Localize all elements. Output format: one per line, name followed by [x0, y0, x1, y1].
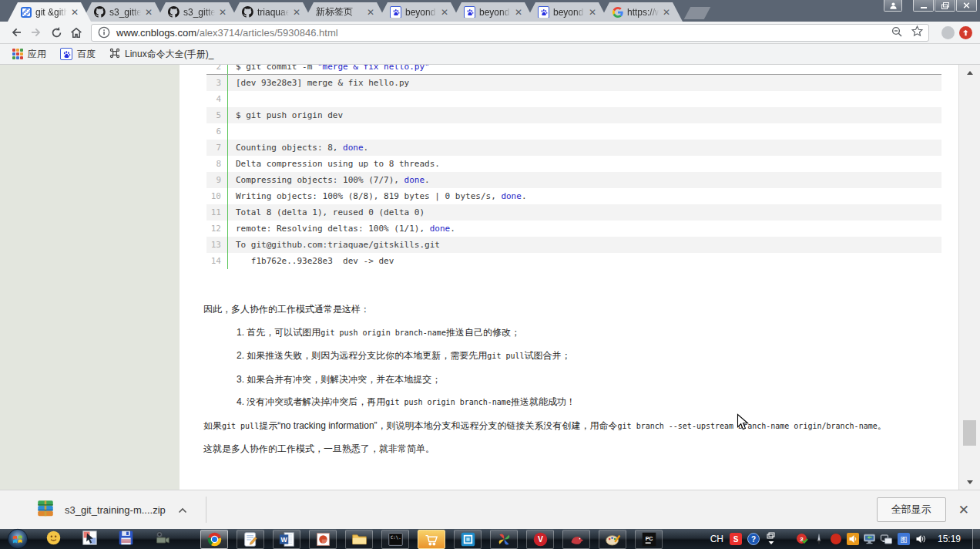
inline-code: git pull [487, 352, 524, 360]
pinwheel-taskbar-button[interactable] [490, 530, 518, 549]
vmware-taskbar-button[interactable] [454, 530, 482, 549]
camera-app-button[interactable] [144, 529, 180, 549]
pycharm-taskbar-button[interactable]: PC [635, 530, 663, 549]
bird-taskbar-button[interactable] [562, 530, 590, 549]
bookmark-baidu[interactable]: 百度 [55, 45, 100, 63]
page-scrollbar[interactable] [958, 65, 980, 490]
tab-beyond co[interactable]: beyond co✕ [525, 2, 609, 22]
minimize-button[interactable] [913, 0, 934, 12]
forward-button[interactable] [26, 23, 46, 42]
text-segment: 这就是多人协作的工作模式，一旦熟悉了，就非常简单。 [203, 443, 435, 454]
chrome-taskbar-button[interactable] [200, 530, 228, 549]
paragraph: 这就是多人协作的工作模式，一旦熟悉了，就非常简单。 [203, 443, 958, 455]
powerpoint-taskbar-button[interactable] [309, 530, 337, 549]
tab-beyond co[interactable]: beyond co✕ [451, 2, 535, 22]
reload-button[interactable] [46, 23, 66, 42]
code-line-text: Delta compression using up to 8 threads. [227, 156, 941, 172]
code-line: 14 f1b762e..93e28e3 dev -> dev [206, 253, 941, 269]
apps-grid-icon [12, 49, 23, 59]
extension-gray-icon[interactable] [941, 26, 955, 39]
apps-shortcut[interactable]: 应用 [8, 45, 51, 63]
tab-beyond co[interactable]: beyond co✕ [378, 2, 461, 22]
volume-boost-tray-icon[interactable] [846, 532, 860, 546]
notepad-taskbar-button[interactable] [237, 530, 264, 549]
network-tray-icon[interactable] [880, 532, 894, 546]
paint-app-button[interactable] [35, 529, 72, 549]
extension-red-icon[interactable] [959, 26, 972, 39]
bookmark-star-icon[interactable] [911, 25, 924, 40]
sogou-tray-icon[interactable]: S [729, 532, 743, 546]
badge-tray-icon[interactable]: 3 [795, 532, 809, 546]
word-taskbar-button[interactable]: W [273, 530, 300, 549]
tab-s3_gittest/[interactable]: s3_gittest/✕ [156, 2, 239, 22]
code-line-text: Counting objects: 8, done. [227, 140, 941, 156]
baidu-bookmark-icon [60, 48, 72, 60]
code-line: 13To git@github.com:triaquae/gitskills.g… [206, 237, 941, 253]
text-segment: 推送自己的修改； [446, 327, 520, 338]
ime-panel-tray-icon[interactable]: 图 [897, 532, 911, 546]
download-item[interactable]: s3_git_training-m....zip [35, 498, 187, 521]
profile-button[interactable] [884, 0, 902, 12]
restore-button[interactable] [935, 0, 955, 12]
close-window-button[interactable] [956, 0, 977, 12]
code-line: 4 [206, 91, 941, 107]
tab-close-icon[interactable]: ✕ [293, 8, 300, 17]
tab-close-icon[interactable]: ✕ [589, 8, 596, 17]
address-bar[interactable]: www.cnblogs.com/alex3714/articles/593084… [91, 24, 929, 42]
ime-language-indicator[interactable]: CH [710, 534, 723, 544]
line-number: 6 [206, 123, 227, 140]
new-tab-button[interactable] [684, 7, 711, 19]
tab-close-icon[interactable]: ✕ [219, 8, 227, 17]
tab-https://ww[interactable]: https://ww✕ [599, 2, 683, 22]
text-segment: 试图合并； [525, 350, 571, 361]
code-segment: [dev 93e28e3] merge & fix hello.py [236, 78, 409, 88]
text-segment: 因此，多人协作的工作模式通常是这样： [203, 304, 370, 315]
start-button[interactable] [0, 529, 35, 549]
download-bar-close-icon[interactable]: ✕ [958, 504, 969, 517]
scroll-up-arrow[interactable] [959, 66, 980, 79]
download-menu-chevron-icon[interactable] [178, 503, 187, 517]
tab-git &githu[interactable]: git &githu✕ [8, 2, 91, 22]
tab-close-icon[interactable]: ✕ [663, 8, 670, 17]
palette-taskbar-button[interactable] [599, 530, 626, 549]
snip-app-button[interactable] [72, 529, 108, 549]
paint-icon [45, 530, 62, 549]
tray-expand-icon[interactable] [764, 532, 778, 546]
home-button[interactable] [66, 23, 86, 42]
display-tray-icon[interactable] [863, 532, 877, 546]
bookmark-linux-manual[interactable]: Linux命令大全(手册)_ [105, 45, 218, 63]
explorer-taskbar-button[interactable] [345, 530, 373, 549]
save-app-button[interactable] [108, 529, 144, 549]
page-info-icon[interactable] [98, 26, 110, 39]
tab-triaquae/C[interactable]: triaquae/C✕ [230, 2, 313, 22]
code-segment: . [425, 175, 430, 185]
text-segment: 4. 没有冲突或者解决掉冲突后，再用 [237, 396, 385, 407]
red-v-taskbar-button[interactable]: V [526, 530, 554, 549]
help-tray-icon[interactable]: ? [747, 532, 760, 546]
taskbar-clock[interactable]: 15:19 [938, 534, 961, 544]
tab-close-icon[interactable]: ✕ [515, 8, 522, 17]
zoom-icon[interactable] [891, 25, 903, 40]
line-number: 5 [206, 107, 227, 123]
tab-close-icon[interactable]: ✕ [367, 8, 374, 17]
tab-close-icon[interactable]: ✕ [145, 8, 153, 17]
line-number: 4 [206, 91, 227, 107]
scroll-down-arrow[interactable] [959, 476, 980, 488]
show-all-downloads-button[interactable]: 全部显示 [877, 497, 946, 522]
back-button[interactable] [6, 23, 26, 42]
tab-新标签页[interactable]: 新标签页✕ [304, 2, 387, 22]
show-desktop-button[interactable] [972, 529, 980, 549]
tab-title: beyond co [553, 7, 585, 18]
record-tray-icon[interactable] [829, 532, 843, 546]
tab-close-icon[interactable]: ✕ [71, 8, 79, 17]
cart-taskbar-button[interactable] [418, 530, 445, 549]
scrollbar-thumb[interactable] [963, 420, 976, 446]
line-number: 9 [206, 172, 227, 188]
code-line: 7Counting objects: 8, done. [206, 140, 941, 156]
volume-tray-icon[interactable] [914, 532, 928, 546]
tab-title: s3_gittest/ [183, 7, 215, 18]
tab-close-icon[interactable]: ✕ [441, 8, 448, 17]
sword-tray-icon[interactable] [812, 532, 826, 546]
tab-s3_gittest/[interactable]: s3_gittest/✕ [82, 2, 165, 22]
cmd-taskbar-button[interactable]: C:\. [381, 530, 409, 549]
